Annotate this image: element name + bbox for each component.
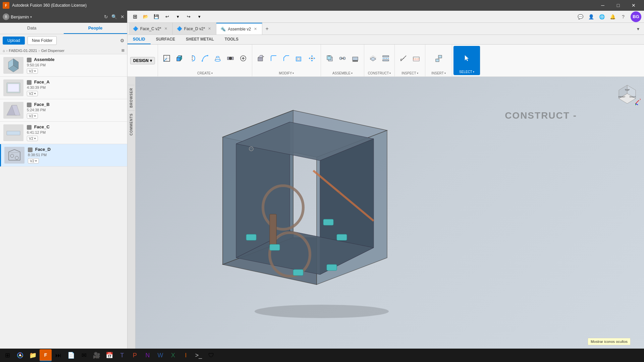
taskbar-teams[interactable]: T (116, 349, 128, 361)
taskbar-chrome[interactable] (14, 349, 26, 361)
user-badge[interactable]: BG (631, 11, 641, 22)
canvas-area[interactable]: ○○○ CONSTRUCT - (136, 77, 644, 362)
taskbar-mail[interactable]: ✉ (78, 349, 90, 361)
tab-data[interactable]: Data (0, 23, 64, 34)
breadcrumb-home[interactable]: ⌂ (3, 49, 5, 53)
undo-dropdown-icon[interactable]: ▾ (173, 12, 182, 21)
taskbar-shield[interactable]: 🛡 (205, 349, 217, 361)
taskbar-media[interactable]: ⏭ (52, 349, 64, 361)
construct-arrow-icon[interactable]: ▾ (389, 72, 391, 75)
tab-face-c[interactable]: 🔷 Face_C v2* ✕ (129, 23, 173, 35)
settings-icon[interactable]: ⚙ (120, 38, 124, 43)
inspect-section-icon[interactable] (410, 52, 422, 64)
breadcrumb-folder[interactable]: Gel Dispenser (41, 49, 64, 53)
taskbar-file-explorer[interactable]: 📁 (27, 349, 39, 361)
inspect-arrow-icon[interactable]: ▾ (417, 72, 418, 75)
comments-button[interactable]: COMMENTS (128, 110, 135, 138)
create-sweep-icon[interactable] (199, 52, 211, 64)
tab-face-c-close[interactable]: ✕ (163, 26, 168, 31)
modify-fillet-icon[interactable] (268, 52, 280, 64)
taskbar-word[interactable]: W (154, 349, 166, 361)
version-badge-assemble[interactable]: V2▾ (27, 68, 38, 74)
taskbar-video[interactable]: 🎥 (91, 349, 103, 361)
search-icon[interactable]: 🔍 (111, 14, 117, 19)
redo-dropdown-icon[interactable]: ▾ (195, 12, 204, 21)
assemble-ground-icon[interactable] (349, 52, 361, 64)
tab-list-icon[interactable]: ▾ (633, 24, 643, 34)
insert-arrow-icon[interactable]: ▾ (444, 72, 446, 75)
browser-button[interactable]: BROWSER (128, 85, 135, 110)
bell-icon[interactable]: 🔔 (608, 12, 617, 21)
file-item-face-a[interactable]: Face_A 4:30:39 PM V2▾ (0, 77, 127, 99)
close-panel-icon[interactable]: ✕ (120, 14, 124, 19)
taskbar-fusion[interactable]: F (40, 349, 52, 361)
create-arrow-icon[interactable]: ▾ (211, 72, 213, 75)
mode-tab-surface[interactable]: SURFACE (151, 35, 180, 44)
assemble-joint-icon[interactable] (336, 52, 348, 64)
create-revolve-icon[interactable] (186, 52, 198, 64)
taskbar-powerpoint[interactable]: P (129, 349, 141, 361)
taskbar-inventor[interactable]: I (180, 349, 192, 361)
upload-button[interactable]: Upload (3, 37, 25, 45)
mode-tab-tools[interactable]: TOOLS (219, 35, 244, 44)
construct-midplane-icon[interactable] (380, 52, 392, 64)
taskbar-onenote[interactable]: N (142, 349, 154, 361)
open-icon[interactable]: 📂 (141, 12, 150, 21)
create-hole-icon[interactable] (224, 52, 236, 64)
mode-tab-solid[interactable]: SOLID (127, 35, 151, 44)
taskbar-calendar[interactable]: 📅 (103, 349, 115, 361)
breadcrumb-settings-icon[interactable]: ⊞ (121, 48, 124, 53)
file-item-face-d[interactable]: Face_D 8:38:51 PM V2▾ (0, 144, 127, 167)
chat-icon[interactable]: 💬 (576, 12, 585, 21)
redo-icon[interactable]: ↪ (184, 12, 193, 21)
modify-press-pull-icon[interactable] (255, 52, 267, 64)
select-arrow-icon[interactable]: ▾ (473, 70, 474, 73)
assemble-new-component-icon[interactable] (324, 52, 336, 64)
file-item-face-b[interactable]: Face_B 5:24:38 PM V2▾ (0, 99, 127, 122)
close-button[interactable]: ✕ (626, 0, 641, 11)
breadcrumb-project[interactable]: FABDIG-01-2021 (9, 49, 37, 53)
insert-derive-icon[interactable] (433, 52, 445, 64)
tab-assemble-close[interactable]: ✕ (253, 26, 258, 32)
undo-icon[interactable]: ↩ (162, 12, 172, 21)
globe-icon[interactable]: 🌐 (597, 12, 606, 21)
create-more-icon[interactable] (237, 52, 249, 64)
select-main-icon[interactable] (461, 52, 473, 64)
inspect-measure-icon[interactable] (397, 52, 410, 64)
refresh-icon[interactable]: ↻ (104, 14, 108, 19)
viewport[interactable]: ○○○ CONSTRUCT - (136, 77, 644, 362)
help-icon[interactable]: ? (619, 12, 628, 21)
user-info[interactable]: B Benjamin ▾ (3, 13, 32, 20)
tab-add-button[interactable]: + (262, 24, 272, 34)
modify-shell-icon[interactable] (293, 52, 305, 64)
save-icon[interactable]: 💾 (152, 12, 161, 21)
minimize-button[interactable]: ─ (595, 0, 610, 11)
taskbar-excel[interactable]: X (167, 349, 179, 361)
tab-face-d-close[interactable]: ✕ (207, 26, 212, 31)
file-item-face-c[interactable]: Face_C 6:41:12 PM V2▾ (0, 122, 127, 144)
taskbar-start[interactable]: ⊞ (1, 349, 13, 361)
modify-chamfer-icon[interactable] (280, 52, 292, 64)
tab-assemble[interactable]: 🔩 Assemble v2 ✕ (216, 23, 262, 35)
file-item-assemble[interactable]: Assemble 9:50:16 PM V2▾ (0, 54, 127, 77)
new-folder-button[interactable]: New Folder (28, 36, 57, 45)
create-extrude-icon[interactable] (173, 52, 185, 64)
maximize-button[interactable]: □ (610, 0, 626, 11)
create-sketch-icon[interactable] (161, 52, 173, 64)
version-badge-face-a[interactable]: V2▾ (27, 91, 38, 96)
tab-face-d[interactable]: 🔷 Face_D v2* ✕ (173, 23, 217, 35)
tab-people[interactable]: People (64, 23, 127, 34)
version-badge-face-c[interactable]: V2▾ (27, 136, 38, 141)
design-dropdown[interactable]: DESIGN ▾ (130, 57, 155, 64)
version-badge-face-d[interactable]: V2▾ (28, 158, 39, 164)
grid-icon[interactable]: ⊞ (130, 12, 140, 21)
assemble-arrow-icon[interactable]: ▾ (351, 72, 353, 75)
user-icon[interactable]: 👤 (586, 12, 596, 21)
view-cube[interactable]: TOP FRONT RIGHT X (614, 80, 641, 107)
create-loft-icon[interactable] (212, 52, 224, 64)
mode-tab-sheet-metal[interactable]: SHEET METAL (180, 35, 219, 44)
construct-offset-plane-icon[interactable] (367, 52, 379, 64)
version-badge-face-b[interactable]: V2▾ (27, 113, 38, 119)
taskbar-files2[interactable]: 📄 (65, 349, 77, 361)
taskbar-terminal[interactable]: >_ (193, 349, 205, 361)
